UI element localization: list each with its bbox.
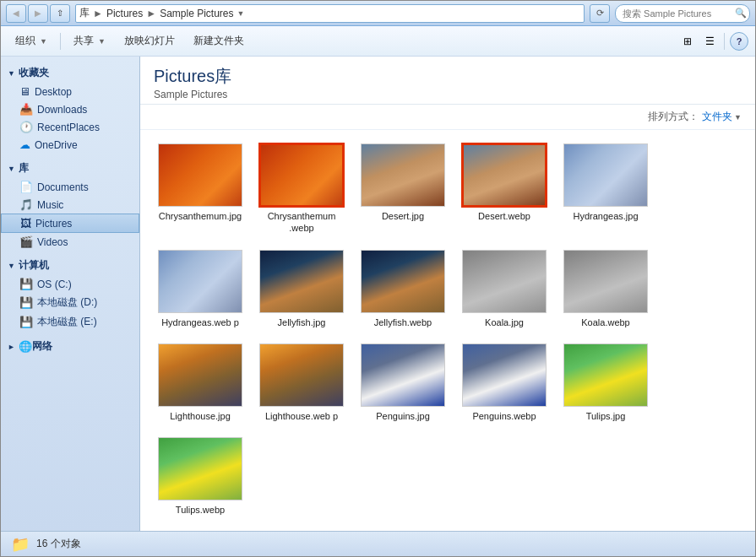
file-item[interactable]: Lighthouse.jpg <box>154 340 247 425</box>
page-title: Pictures库 <box>154 65 742 88</box>
file-item[interactable]: Chrysanthemum .webp <box>255 140 348 238</box>
drive-e-icon: 💾 <box>19 316 33 328</box>
file-thumbnail <box>259 250 344 313</box>
onedrive-icon: ☁ <box>19 138 30 151</box>
network-header[interactable]: ► 🌐 网络 <box>1 337 139 356</box>
nav-buttons: ◀ ▶ ⇧ <box>6 4 70 23</box>
up-button[interactable]: ⇧ <box>50 4 70 23</box>
help-button[interactable]: ? <box>730 32 748 51</box>
sidebar-item-downloads-label: Downloads <box>37 104 87 116</box>
refresh-button[interactable]: ⟳ <box>590 4 610 23</box>
sidebar-item-downloads[interactable]: 📥 Downloads <box>1 100 139 118</box>
file-name: Penguins.webp <box>472 410 536 422</box>
file-name: Chrysanthemum.jpg <box>159 210 242 222</box>
file-item[interactable]: Desert.jpg <box>356 140 449 238</box>
sort-chevron[interactable]: ▼ <box>734 113 742 122</box>
computer-label: 计算机 <box>19 258 49 273</box>
sidebar-item-desktop[interactable]: 🖥 Desktop <box>1 83 139 100</box>
file-name: Lighthouse.jpg <box>170 410 231 422</box>
file-item[interactable]: Jellyfish.jpg <box>255 246 348 332</box>
share-button[interactable]: 共享 ▼ <box>66 30 113 53</box>
file-name: Desert.jpg <box>382 210 424 222</box>
network-arrow: ► <box>8 343 15 351</box>
file-item[interactable]: Desert.webp <box>458 140 551 238</box>
sidebar-item-recent-label: RecentPlaces <box>37 122 100 133</box>
search-input[interactable] <box>615 4 750 23</box>
content-area: Pictures库 Sample Pictures 排列方式： 文件夹 ▼ Ch… <box>140 57 755 531</box>
sidebar-item-music[interactable]: 🎵 Music <box>1 196 139 214</box>
file-item[interactable]: Jellyfish.webp <box>356 246 449 332</box>
file-item[interactable]: Tulips.jpg <box>559 340 652 425</box>
file-item[interactable]: Penguins.jpg <box>356 340 449 425</box>
favorites-header[interactable]: ▼ 收藏夹 <box>1 63 139 83</box>
file-name: Desert.webp <box>478 210 530 222</box>
sidebar-item-documents[interactable]: 📄 Documents <box>1 178 139 196</box>
file-item[interactable]: Koala.webp <box>559 246 652 332</box>
file-item[interactable]: Hydrangeas.web p <box>154 246 247 332</box>
recent-icon: 🕐 <box>19 121 33 133</box>
organize-button[interactable]: 组织 ▼ <box>8 30 55 53</box>
title-bar: ◀ ▶ ⇧ 库 ► Pictures ► Sample Pictures ▼ ⟳… <box>1 1 755 26</box>
file-thumbnail <box>563 250 648 313</box>
file-thumbnail <box>462 343 547 407</box>
network-icon: 🌐 <box>19 340 32 353</box>
favorites-arrow: ▼ <box>8 69 15 78</box>
file-item[interactable]: Hydrangeas.jpg <box>559 140 652 238</box>
file-thumbnail <box>462 250 547 313</box>
file-thumbnail <box>361 250 445 313</box>
sidebar-item-recentplaces[interactable]: 🕐 RecentPlaces <box>1 118 139 136</box>
music-icon: 🎵 <box>19 198 33 211</box>
file-name: Jellyfish.webp <box>374 316 432 328</box>
sidebar-item-onedrive[interactable]: ☁ OneDrive <box>1 136 139 154</box>
file-item[interactable]: Penguins.webp <box>458 340 551 425</box>
computer-header[interactable]: ▼ 计算机 <box>1 256 139 275</box>
sidebar-item-locald[interactable]: 💾 本地磁盘 (D:) <box>1 293 139 312</box>
sidebar-item-pictures[interactable]: 🖼 Pictures <box>1 214 139 233</box>
forward-button[interactable]: ▶ <box>28 4 48 23</box>
file-thumbnail <box>361 143 445 207</box>
view-toggle-button[interactable]: ⊞ <box>678 32 697 51</box>
file-name: Lighthouse.web p <box>265 410 338 422</box>
sidebar: ▼ 收藏夹 🖥 Desktop 📥 Downloads 🕐 RecentPlac… <box>1 57 140 531</box>
videos-icon: 🎬 <box>19 235 33 248</box>
content-header: Pictures库 Sample Pictures <box>140 57 755 105</box>
library-section: ▼ 库 📄 Documents 🎵 Music 🖼 Pictures 🎬 Vid… <box>1 159 139 251</box>
network-section: ► 🌐 网络 <box>1 337 139 356</box>
file-item[interactable]: Lighthouse.web p <box>255 340 348 425</box>
view-details-button[interactable]: ☰ <box>700 32 719 51</box>
library-label: 库 <box>19 161 29 176</box>
sidebar-item-videos[interactable]: 🎬 Videos <box>1 233 139 251</box>
sort-value[interactable]: 文件夹 <box>702 110 732 124</box>
desktop-icon: 🖥 <box>19 85 30 98</box>
library-header[interactable]: ▼ 库 <box>1 159 139 178</box>
sidebar-item-osc-label: OS (C:) <box>37 278 72 290</box>
file-item[interactable]: Tulips.webp <box>154 434 247 519</box>
file-item[interactable]: Koala.jpg <box>458 246 551 332</box>
toolbar-right: ⊞ ☰ ? <box>678 32 748 51</box>
file-thumbnail <box>158 143 242 207</box>
toolbar-separator-2 <box>724 33 725 50</box>
page-subtitle: Sample Pictures <box>154 89 742 100</box>
slideshow-button[interactable]: 放映幻灯片 <box>117 30 182 53</box>
file-thumbnail <box>158 437 242 500</box>
pictures-icon: 🖼 <box>20 217 31 230</box>
file-name: Jellyfish.jpg <box>278 316 326 328</box>
address-bar[interactable]: 库 ► Pictures ► Sample Pictures ▼ <box>75 4 585 23</box>
back-button[interactable]: ◀ <box>6 4 26 23</box>
sidebar-item-pictures-label: Pictures <box>35 218 72 230</box>
search-icon[interactable]: 🔍 <box>735 8 747 19</box>
sidebar-item-desktop-label: Desktop <box>35 86 72 98</box>
file-thumbnail <box>563 343 648 407</box>
sidebar-item-locale[interactable]: 💾 本地磁盘 (E:) <box>1 312 139 332</box>
sort-bar: 排列方式： 文件夹 ▼ <box>140 105 755 130</box>
file-item[interactable]: Chrysanthemum.jpg <box>154 140 247 238</box>
new-folder-button[interactable]: 新建文件夹 <box>186 30 252 53</box>
file-name: Hydrangeas.jpg <box>573 210 638 222</box>
library-arrow: ▼ <box>8 165 15 173</box>
status-icon: 📁 <box>11 535 30 554</box>
sidebar-item-osc[interactable]: 💾 OS (C:) <box>1 275 139 293</box>
computer-arrow: ▼ <box>8 262 15 270</box>
file-thumbnail <box>462 143 547 207</box>
toolbar: 组织 ▼ 共享 ▼ 放映幻灯片 新建文件夹 ⊞ ☰ ? <box>1 26 755 57</box>
file-name: Koala.webp <box>581 316 630 328</box>
